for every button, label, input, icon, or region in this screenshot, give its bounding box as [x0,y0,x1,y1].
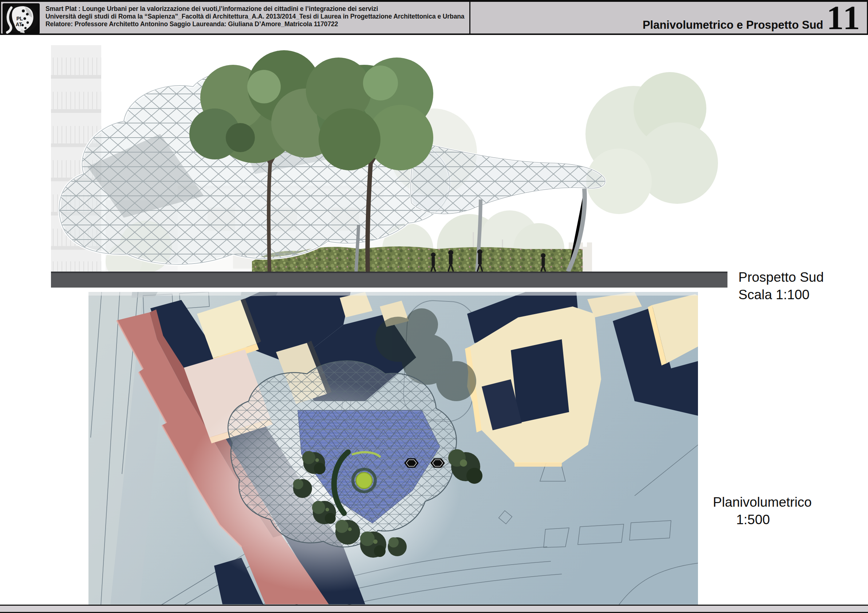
project-title-line3: Relatore: Professore Architetto Antonino… [45,20,465,28]
plan-caption-scale: 1:500 [713,511,812,529]
elevation-caption-scale: Scala 1:100 [738,286,824,303]
elevation-caption-title: Prospetto Sud [738,269,824,286]
smart-plat-logo: PL AT [3,3,40,34]
site-plan-figure [88,292,698,606]
site-plan-drawing [88,292,698,606]
header-divider [469,2,470,34]
title-block-header: PL AT Smart Plat : Lounge Urbani per la … [0,0,868,35]
logo-letters-bottom: AT [16,22,22,27]
smart-plat-logo-icon: PL AT [3,3,40,34]
logo-letters-top: PL [16,15,23,22]
sheet-footer-bar [0,605,868,613]
project-title-block: Smart Plat : Lounge Urbani per la valori… [45,5,465,28]
south-elevation-drawing [51,43,727,288]
sheet-section-title: Planivolumetrico e Prospetto Sud [643,19,823,32]
plan-lawn-circle [356,472,372,489]
elevation-caption: Prospetto Sud Scala 1:100 [738,269,824,303]
elevation-ground-bar [51,272,727,288]
plan-caption-title: Planivolumetrico [713,494,812,511]
project-title-line2: Università degli studi di Roma la “Sapie… [45,13,465,20]
plan-caption: Planivolumetrico 1:500 [713,494,812,529]
south-elevation-figure [51,43,727,288]
project-title-line1: Smart Plat : Lounge Urbani per la valori… [45,5,465,13]
sheet-page-number: 11 [826,0,861,35]
